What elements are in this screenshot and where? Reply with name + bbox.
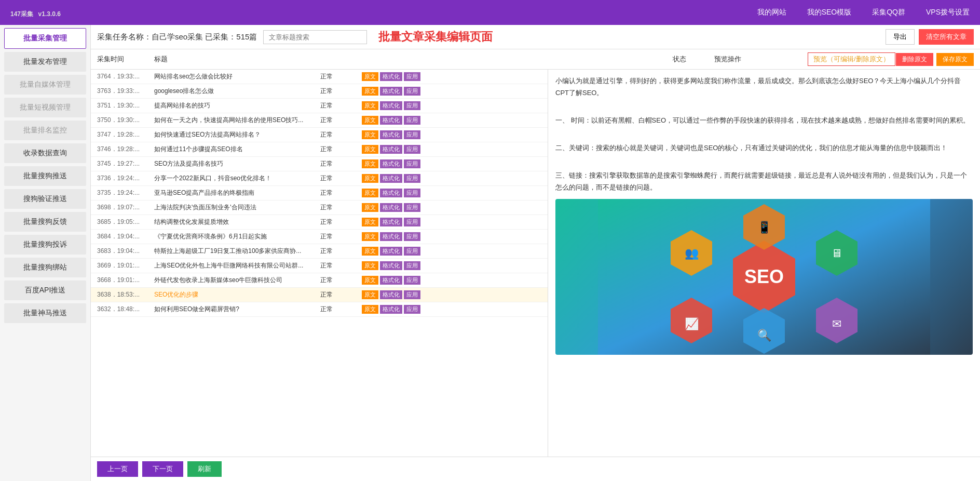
fmt-button[interactable]: 格式化 [380,130,402,139]
apply-button[interactable]: 应用 [404,218,420,226]
prev-page-button[interactable]: 上一页 [97,461,138,477]
sidebar-item-shenma[interactable]: 批量神马推送 [4,303,86,323]
table-row[interactable]: 3764．19:33:... 网站排名seo怎么做会比较好 正常 原文 格式化 … [91,70,548,84]
fmt-button[interactable]: 格式化 [380,174,402,183]
fmt-button[interactable]: 格式化 [380,232,402,241]
apply-button[interactable]: 应用 [404,232,420,241]
table-row[interactable]: 3685．19:05:... 结构调整优化发展提质增效 正常 原文 格式化 应用 [91,215,548,230]
apply-button[interactable]: 应用 [404,159,420,168]
table-row[interactable]: 3745．19:27:... SEO方法及提高排名技巧 正常 原文 格式化 应用 [91,157,548,171]
table-row[interactable]: 3735．19:24:... 亚马逊SEO提高产品排名的终极指南 正常 原文 格… [91,186,548,201]
fmt-button[interactable]: 格式化 [380,305,402,314]
cell-title: SEO优化的步骤 [154,290,320,299]
apply-button[interactable]: 应用 [404,261,420,270]
orig-button[interactable]: 原文 [362,203,378,212]
nav-vps-setting[interactable]: VPS拨号设置 [926,8,970,17]
fmt-button[interactable]: 格式化 [380,116,402,125]
fmt-button[interactable]: 格式化 [380,145,402,154]
orig-button[interactable]: 原文 [362,247,378,256]
save-orig-button[interactable]: 保存原文 [936,53,974,66]
apply-button[interactable]: 应用 [404,87,420,96]
clear-all-button[interactable]: 清空所有文章 [919,29,974,45]
table-row[interactable]: 3763．19:33:... googleseo排名怎么做 正常 原文 格式化 … [91,84,548,99]
orig-button[interactable]: 原文 [362,290,378,299]
table-row[interactable]: 3750．19:30:... 如何在一天之内，快速提高网站排名的使用SEO技巧.… [91,113,548,128]
sidebar-item-sogou-verify[interactable]: 搜狗验证推送 [4,189,86,209]
orig-button[interactable]: 原文 [362,232,378,241]
sidebar-item-publish[interactable]: 批量发布管理 [4,52,86,72]
header-right-actions: 删除原文 保存原文 [896,53,974,66]
sidebar-item-shortvideo[interactable]: 批量短视频管理 [4,98,86,117]
orig-button[interactable]: 原文 [362,261,378,270]
fmt-button[interactable]: 格式化 [380,276,402,285]
orig-button[interactable]: 原文 [362,101,378,110]
refresh-button[interactable]: 刷新 [187,461,222,477]
sidebar-item-baidu-api[interactable]: 百度API推送 [4,280,86,300]
orig-button[interactable]: 原文 [362,305,378,314]
cell-time: 3763．19:33:... [97,87,154,96]
fmt-button[interactable]: 格式化 [380,218,402,226]
sidebar-item-sogou-push[interactable]: 批量搜狗推送 [4,166,86,186]
table-row[interactable]: 3746．19:28:... 如何通过11个步骤提高SEO排名 正常 原文 格式… [91,142,548,157]
export-button[interactable]: 导出 [886,29,915,45]
orig-button[interactable]: 原文 [362,174,378,183]
sidebar-item-collect[interactable]: 批量采集管理 [4,28,86,49]
apply-button[interactable]: 应用 [404,116,420,125]
orig-button[interactable]: 原文 [362,116,378,125]
apply-button[interactable]: 应用 [404,145,420,154]
fmt-button[interactable]: 格式化 [380,72,402,81]
col-header-status: 状态 [673,55,714,64]
apply-button[interactable]: 应用 [404,290,420,299]
apply-button[interactable]: 应用 [404,276,420,285]
cell-time: 3683．19:04:... [97,247,154,256]
sidebar-item-sogou-complaint[interactable]: 批量搜狗投诉 [4,235,86,255]
table-row[interactable]: 3747．19:28:... 如何快速通过SEO方法提高网站排名？ 正常 原文 … [91,128,548,142]
apply-button[interactable]: 应用 [404,101,420,110]
sidebar-item-sogou-feedback[interactable]: 批量搜狗反馈 [4,212,86,232]
search-input[interactable] [263,30,367,44]
delete-orig-button[interactable]: 删除原文 [896,53,933,66]
preview-label-box[interactable]: 预览（可编辑/删除原文） [808,52,895,66]
table-row[interactable]: 3669．19:01:... 上海SEO优化外包上海牛巨微网络科技有限公司站群.… [91,259,548,273]
nav-my-site[interactable]: 我的网站 [757,8,786,17]
nav-qq-group[interactable]: 采集QQ群 [872,8,905,17]
orig-button[interactable]: 原文 [362,276,378,285]
fmt-button[interactable]: 格式化 [380,247,402,256]
table-row[interactable]: 3751．19:30:... 提高网站排名的技巧 正常 原文 格式化 应用 [91,99,548,113]
apply-button[interactable]: 应用 [404,189,420,197]
table-row[interactable]: 3632．18:48:... 如何利用SEO做全网霸屏营销? 正常 原文 格式化… [91,302,548,317]
sidebar-item-media[interactable]: 批量自媒体管理 [4,75,86,95]
fmt-button[interactable]: 格式化 [380,87,402,96]
fmt-button[interactable]: 格式化 [380,101,402,110]
fmt-button[interactable]: 格式化 [380,203,402,212]
sidebar-item-record[interactable]: 收录数据查询 [4,143,86,163]
sidebar-item-ranking[interactable]: 批量排名监控 [4,121,86,140]
preview-area[interactable]: 小编认为就是通过引擎，得到好的，获得更多网站度我们称作流量，最后成成交。那么到底… [548,70,980,457]
table-row[interactable]: 3698．19:07:... 上海法院判决'负面压制业务'合同违法 正常 原文 … [91,201,548,215]
orig-button[interactable]: 原文 [362,130,378,139]
apply-button[interactable]: 应用 [404,174,420,183]
next-page-button[interactable]: 下一页 [142,461,183,477]
table-row[interactable]: 3684．19:04:... 《宁夏优化营商环境条例》6月1日起实施 正常 原文… [91,230,548,244]
fmt-button[interactable]: 格式化 [380,290,402,299]
apply-button[interactable]: 应用 [404,130,420,139]
orig-button[interactable]: 原文 [362,72,378,81]
table-row[interactable]: 3736．19:24:... 分享一个2022新风口，抖音seo优化排名！ 正常… [91,171,548,186]
table-row[interactable]: 3683．19:04:... 特斯拉上海超级工厂19日复工推动100多家供应商协… [91,244,548,259]
table-row[interactable]: 3638．18:53:... SEO优化的步骤 正常 原文 格式化 应用 [91,288,548,302]
orig-button[interactable]: 原文 [362,87,378,96]
fmt-button[interactable]: 格式化 [380,189,402,197]
fmt-button[interactable]: 格式化 [380,159,402,168]
orig-button[interactable]: 原文 [362,189,378,197]
fmt-button[interactable]: 格式化 [380,261,402,270]
apply-button[interactable]: 应用 [404,247,420,256]
table-row[interactable]: 3668．19:01:... 外链代发包收录上海新媒体seo牛巨微科技公司 正常… [91,273,548,288]
orig-button[interactable]: 原文 [362,145,378,154]
apply-button[interactable]: 应用 [404,72,420,81]
apply-button[interactable]: 应用 [404,305,420,314]
orig-button[interactable]: 原文 [362,218,378,226]
nav-seo-template[interactable]: 我的SEO模版 [807,8,852,17]
orig-button[interactable]: 原文 [362,159,378,168]
sidebar-item-sogou-bind[interactable]: 批量搜狗绑站 [4,258,86,277]
apply-button[interactable]: 应用 [404,203,420,212]
